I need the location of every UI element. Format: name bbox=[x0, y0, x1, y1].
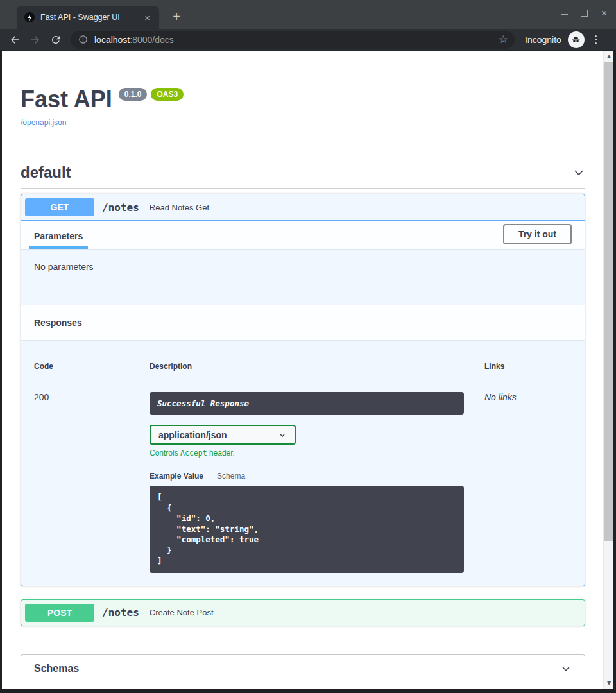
response-code: 200 bbox=[34, 379, 150, 573]
window-maximize-button[interactable] bbox=[580, 9, 588, 17]
tab-title: Fast API - Swagger UI bbox=[40, 13, 142, 22]
example-json-block: [ { "id": 0, "text": "string", "complete… bbox=[150, 486, 464, 573]
reload-icon[interactable] bbox=[50, 34, 62, 46]
media-type-select[interactable]: application/json bbox=[150, 425, 296, 445]
browser-tab[interactable]: Fast API - Swagger UI × bbox=[17, 6, 159, 29]
controls-accept-note: Controls Accept header. bbox=[150, 449, 484, 458]
col-header-links: Links bbox=[484, 362, 572, 379]
get-notes-summary[interactable]: GET /notes Read Notes Get bbox=[21, 194, 585, 221]
schemas-title: Schemas bbox=[34, 663, 79, 674]
url-path: :8000/docs bbox=[130, 35, 174, 45]
select-chevron-icon bbox=[278, 431, 287, 440]
opblock-get-notes: GET /notes Read Notes Get Parameters Try… bbox=[21, 194, 585, 586]
parameters-body: No parameters bbox=[21, 249, 585, 305]
api-title-text: Fast API bbox=[21, 86, 112, 113]
get-method-badge: GET bbox=[25, 198, 94, 216]
tab-parameters[interactable]: Parameters bbox=[29, 223, 88, 249]
responses-body: Code Description Links 200 Successful Re… bbox=[21, 362, 585, 586]
response-description: Successful Response bbox=[150, 392, 464, 415]
window-close-button[interactable]: × bbox=[600, 9, 608, 17]
tab-example-value[interactable]: Example Value bbox=[150, 472, 203, 481]
schemas-header[interactable]: Schemas bbox=[21, 655, 585, 683]
url-host: localhost bbox=[94, 35, 130, 45]
address-bar[interactable]: localhost:8000/docs ☆ bbox=[71, 31, 515, 49]
browser-titlebar: Fast API - Swagger UI × + × bbox=[0, 0, 616, 29]
opblock-post-notes: POST /notes Create Note Post bbox=[21, 599, 585, 626]
api-title: Fast API 0.1.0 OAS3 bbox=[21, 86, 585, 113]
tab-schema[interactable]: Schema bbox=[217, 472, 245, 481]
incognito-label: Incognito bbox=[525, 35, 561, 45]
browser-menu-icon[interactable] bbox=[592, 33, 599, 47]
response-description-cell: Successful Response application/json Con… bbox=[150, 379, 484, 573]
schemas-body: Note bbox=[21, 683, 585, 689]
swagger-page: Fast API 0.1.0 OAS3 /openapi.json defaul… bbox=[2, 51, 603, 689]
no-parameters-text: No parameters bbox=[34, 262, 94, 272]
new-tab-button[interactable]: + bbox=[168, 9, 185, 26]
parameters-header: Parameters Try it out bbox=[21, 221, 585, 249]
bookmark-star-icon[interactable]: ☆ bbox=[499, 34, 508, 45]
window-bottom-border bbox=[0, 689, 616, 693]
window-minimize-button[interactable] bbox=[560, 9, 569, 17]
url-text: localhost:8000/docs bbox=[94, 35, 499, 45]
get-path: /notes bbox=[102, 201, 139, 214]
tab-divider bbox=[210, 472, 210, 481]
openapi-json-link[interactable]: /openapi.json bbox=[21, 118, 66, 127]
page-info-icon[interactable] bbox=[78, 35, 88, 44]
scrollbar-up-icon[interactable]: ▲ bbox=[604, 51, 614, 62]
version-badge: 0.1.0 bbox=[119, 88, 148, 101]
responses-title: Responses bbox=[34, 318, 82, 328]
post-notes-summary[interactable]: POST /notes Create Note Post bbox=[21, 600, 585, 626]
tag-section-header[interactable]: default bbox=[21, 164, 585, 189]
accept-code: Accept bbox=[180, 449, 207, 458]
window-controls: × bbox=[560, 9, 608, 17]
post-path: /notes bbox=[102, 606, 139, 619]
get-summary-text: Read Notes Get bbox=[150, 203, 209, 212]
col-header-description: Description bbox=[150, 362, 484, 379]
response-links: No links bbox=[484, 379, 572, 573]
responses-table: Code Description Links 200 Successful Re… bbox=[34, 362, 572, 573]
fastapi-favicon-icon bbox=[24, 12, 35, 22]
post-method-badge: POST bbox=[25, 604, 94, 622]
chevron-down-icon[interactable] bbox=[572, 166, 585, 179]
scrollbar-thumb[interactable] bbox=[604, 62, 613, 541]
oas3-badge: OAS3 bbox=[151, 88, 184, 101]
post-summary-text: Create Note Post bbox=[150, 608, 214, 617]
forward-icon bbox=[30, 34, 41, 46]
try-it-out-button[interactable]: Try it out bbox=[503, 224, 572, 244]
schemas-section: Schemas Note bbox=[21, 654, 585, 689]
incognito-icon bbox=[568, 31, 585, 48]
col-header-code: Code bbox=[34, 362, 150, 379]
vertical-scrollbar[interactable]: ▲ ▼ bbox=[603, 51, 613, 689]
example-schema-tabs: Example Value Schema bbox=[150, 472, 484, 481]
schemas-chevron-down-icon[interactable] bbox=[560, 663, 572, 674]
browser-toolbar: localhost:8000/docs ☆ Incognito bbox=[0, 29, 616, 51]
media-type-value: application/json bbox=[158, 430, 227, 440]
tab-close-icon[interactable]: × bbox=[142, 12, 153, 24]
scrollbar-down-icon[interactable]: ▼ bbox=[604, 678, 614, 689]
responses-header: Responses bbox=[21, 305, 585, 340]
tag-name: default bbox=[21, 164, 71, 182]
back-icon[interactable] bbox=[9, 34, 21, 46]
